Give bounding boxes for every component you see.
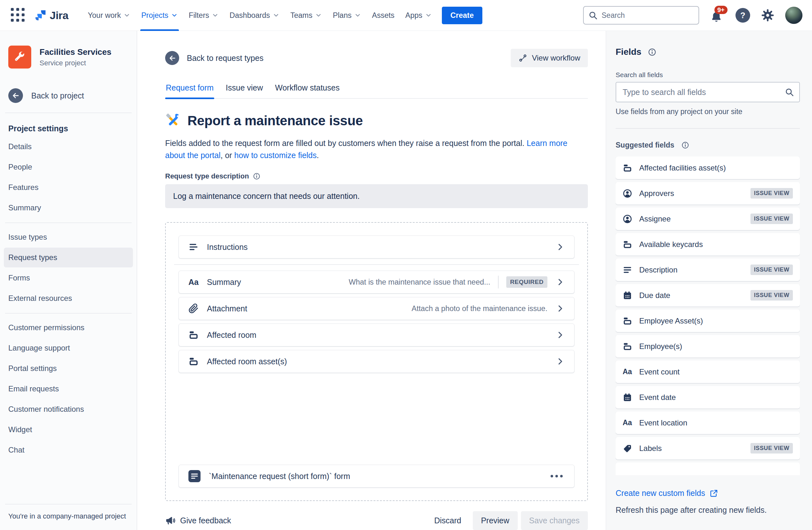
wrench-icon [13, 50, 27, 64]
tag-icon [623, 444, 632, 453]
asset-icon [623, 240, 632, 249]
issue-view-badge: ISSUE VIEW [751, 265, 793, 275]
field-row-summary[interactable]: Aa Summary What is the maintenance issue… [178, 270, 575, 294]
back-to-request-types[interactable]: Back to request types [165, 51, 263, 65]
sidebar-item-issue-types[interactable]: Issue types [0, 227, 137, 247]
description-field[interactable]: Log a maintenance concern that needs our… [165, 184, 588, 208]
discard-button[interactable]: Discard [426, 511, 469, 530]
suggested-field-partial[interactable] [615, 462, 800, 475]
sidebar-item-details[interactable]: Details [0, 137, 137, 157]
create-button[interactable]: Create [442, 7, 482, 24]
refresh-note: Refresh this page after creating new fie… [615, 505, 800, 515]
description-label: Request type description [165, 172, 588, 180]
help-button[interactable]: ? [736, 8, 750, 23]
text-icon: Aa [623, 419, 634, 426]
app-grid-icon[interactable] [11, 8, 26, 23]
avatar[interactable] [785, 7, 802, 24]
suggested-field-employees[interactable]: Employee(s) [615, 335, 800, 357]
suggested-field-employee-assets[interactable]: Employee Asset(s) [615, 309, 800, 332]
nav-your-work[interactable]: Your work [83, 0, 136, 31]
nav-teams[interactable]: Teams [285, 0, 328, 31]
more-options-icon[interactable] [549, 473, 565, 479]
tab-workflow-statuses[interactable]: Workflow statuses [275, 83, 340, 98]
sidebar-item-widget[interactable]: Widget [0, 420, 137, 440]
asset-icon [188, 330, 199, 340]
nav-filters[interactable]: Filters [183, 0, 224, 31]
suggested-field-due-date[interactable]: Due date ISSUE VIEW [615, 284, 800, 307]
chevron-down-icon [124, 12, 130, 19]
sidebar-item-features[interactable]: Features [0, 177, 137, 197]
nav-dashboards[interactable]: Dashboards [224, 0, 285, 31]
suggested-field-event-location[interactable]: Aa Event location [615, 411, 800, 434]
suggested-field-approvers[interactable]: Approvers ISSUE VIEW [615, 182, 800, 205]
sidebar-item-chat[interactable]: Chat [0, 440, 137, 460]
fields-search-input[interactable] [615, 82, 800, 102]
form-row-maintenance-request[interactable]: `Maintenance request (short form)` form [178, 465, 575, 488]
search-input[interactable] [583, 6, 699, 25]
field-row-instructions[interactable]: Instructions [178, 236, 575, 259]
back-to-project[interactable]: Back to project [0, 88, 137, 103]
suggested-field-available-keycards[interactable]: Available keycards [615, 233, 800, 255]
field-hint: What is the maintenance issue that need.… [349, 278, 490, 286]
chevron-right-icon [556, 357, 565, 366]
chevron-down-icon [171, 12, 178, 19]
suggested-field-event-date[interactable]: Event date [615, 386, 800, 409]
field-row-affected-room-assets[interactable]: Affected room asset(s) [178, 350, 575, 373]
main-content: Back to request types View workflow Requ… [137, 31, 606, 530]
suggested-field-labels[interactable]: Labels ISSUE VIEW [615, 437, 800, 459]
create-custom-fields-link[interactable]: Create new custom fields [615, 489, 800, 498]
asset-icon [623, 342, 632, 351]
external-link-icon [710, 489, 718, 498]
jira-logo[interactable]: Jira [34, 9, 69, 22]
field-row-attachment[interactable]: Attachment Attach a photo of the mainten… [178, 297, 575, 320]
asset-icon [623, 316, 632, 326]
customize-fields-link[interactable]: how to customize fields [234, 151, 317, 160]
top-navigation: Jira Your work Projects Filters Dashboar… [0, 0, 812, 31]
fields-search-help: Use fields from any project on your site [615, 107, 800, 116]
suggested-fields-list: Affected facilities asset(s) Approvers I… [615, 157, 800, 475]
sidebar-item-request-types[interactable]: Request types [4, 248, 133, 267]
fold-separator [174, 264, 579, 265]
sidebar-item-language-support[interactable]: Language support [0, 338, 137, 358]
preview-button[interactable]: Preview [473, 511, 518, 530]
gear-icon[interactable] [761, 9, 774, 22]
calendar-icon [623, 393, 632, 402]
sidebar-item-summary[interactable]: Summary [0, 198, 137, 218]
suggested-field-assignee[interactable]: Assignee ISSUE VIEW [615, 207, 800, 230]
suggested-field-event-count[interactable]: Aa Event count [615, 360, 800, 383]
sidebar-item-email-requests[interactable]: Email requests [0, 379, 137, 399]
notifications-button[interactable]: 9+ [710, 7, 725, 24]
sidebar-item-people[interactable]: People [0, 157, 137, 177]
sidebar-item-forms[interactable]: Forms [0, 268, 137, 288]
tab-request-form[interactable]: Request form [165, 83, 214, 98]
info-icon[interactable] [681, 141, 689, 149]
view-workflow-button[interactable]: View workflow [511, 49, 588, 67]
divider [615, 128, 800, 129]
suggested-field-affected-facilities-assets[interactable]: Affected facilities asset(s) [615, 157, 800, 179]
sidebar-item-portal-settings[interactable]: Portal settings [0, 358, 137, 378]
fields-panel: Fields Search all fields Use fields from… [606, 31, 812, 530]
field-row-affected-room[interactable]: Affected room [178, 323, 575, 347]
sidebar-item-external-resources[interactable]: External resources [0, 289, 137, 308]
issue-view-badge: ISSUE VIEW [751, 443, 793, 454]
attachment-icon [188, 304, 199, 314]
nav-assets[interactable]: Assets [367, 0, 400, 31]
suggested-field-description[interactable]: Description ISSUE VIEW [615, 259, 800, 281]
back-arrow-icon [165, 51, 179, 65]
text-icon: Aa [188, 278, 201, 286]
back-to-request-types-label: Back to request types [187, 54, 263, 63]
info-icon[interactable] [648, 48, 656, 56]
nav-projects[interactable]: Projects [136, 0, 183, 31]
intro-text: Fields added to the request form are fil… [165, 137, 580, 161]
issue-view-badge: ISSUE VIEW [751, 188, 793, 198]
suggested-fields-title: Suggested fields [615, 141, 674, 149]
nav-plans[interactable]: Plans [328, 0, 367, 31]
sidebar-item-customer-notifications[interactable]: Customer notifications [0, 399, 137, 419]
nav-apps[interactable]: Apps [400, 0, 437, 31]
required-badge: REQUIRED [506, 276, 547, 288]
give-feedback-button[interactable]: Give feedback [165, 516, 231, 526]
sidebar-item-customer-permissions[interactable]: Customer permissions [0, 318, 137, 338]
page-title: Report a maintenance issue [187, 113, 363, 129]
save-changes-button[interactable]: Save changes [521, 511, 588, 530]
tab-issue-view[interactable]: Issue view [225, 83, 264, 98]
